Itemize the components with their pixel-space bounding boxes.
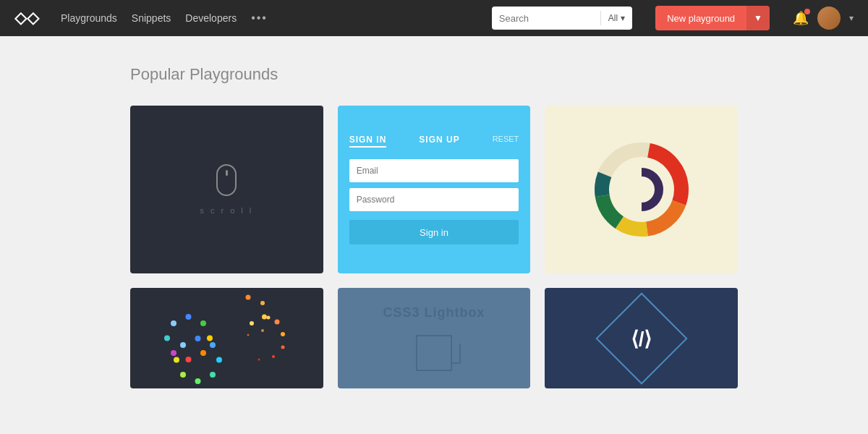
search-filter-button[interactable]: All ▾ [601, 13, 632, 23]
avatar-image [817, 7, 841, 30]
main-content: Popular Playgrounds S c r o l l Scroll M… [0, 36, 868, 417]
spinner4-svg [225, 293, 272, 340]
svg-point-21 [258, 359, 260, 361]
spinner3-svg [171, 333, 225, 387]
svg-point-7 [629, 176, 655, 203]
lightbox-frame-container [416, 335, 452, 371]
svg-point-32 [260, 301, 265, 305]
new-playground-button[interactable]: New playground [655, 6, 746, 30]
card-rainbow-thumb [545, 106, 738, 273]
svg-point-31 [245, 295, 250, 300]
card-loading[interactable]: CSS Loading Animation, by Avan C. ♥ 62 [130, 288, 323, 388]
logo-icon[interactable]: ◇◇ [14, 9, 39, 27]
svg-point-26 [210, 372, 216, 378]
svg-point-17 [275, 320, 280, 325]
signin-password-input [349, 188, 519, 211]
svg-point-18 [281, 332, 285, 336]
signin-email-input [349, 159, 519, 182]
signin-tab-signin: SIGN IN [349, 135, 387, 148]
nav-developers[interactable]: Developers [185, 12, 237, 24]
card-codepad[interactable]: ⟨/⟩ Codepad Logo Animation v2, by Raul ♥… [545, 288, 738, 388]
card-scroll-thumb: S c r o l l [130, 106, 323, 273]
svg-point-14 [164, 336, 170, 341]
card-signin-thumb: SIGN IN SIGN UP RESET Sign in [338, 106, 531, 273]
lightbox-frame [416, 335, 452, 371]
mouse-wheel [226, 170, 228, 176]
svg-point-8 [186, 314, 192, 320]
nav-playgrounds[interactable]: Playgrounds [61, 12, 117, 24]
svg-point-29 [174, 357, 179, 363]
svg-point-20 [272, 355, 275, 358]
mouse-icon [216, 164, 237, 196]
new-playground-group: New playground ▼ [655, 6, 770, 30]
user-avatar[interactable] [817, 7, 841, 30]
section-title: Popular Playgrounds [130, 65, 738, 84]
card-rainbow[interactable]: Rainbow loader, by Avan C. ♥ 70 [545, 106, 738, 273]
scroll-label: S c r o l l [200, 206, 253, 215]
new-playground-dropdown-button[interactable]: ▼ [746, 6, 770, 30]
search-bar: All ▾ [492, 7, 632, 30]
card-scroll[interactable]: S c r o l l Scroll Micro Animation in CS… [130, 106, 323, 273]
lightbox-title-text: CSS3 Lightbox [383, 305, 485, 320]
svg-point-35 [247, 334, 249, 336]
signin-button: Sign in [349, 220, 519, 244]
svg-point-15 [171, 320, 176, 326]
nav: Playgrounds Snippets Developers ••• [61, 12, 268, 25]
codepad-diamond: ⟨/⟩ [595, 292, 687, 384]
notification-dot [804, 9, 810, 14]
svg-point-30 [180, 342, 186, 348]
rainbow-svg [591, 139, 692, 240]
signin-tab-signup: SIGN UP [419, 135, 459, 148]
svg-point-23 [195, 336, 200, 341]
svg-point-19 [281, 346, 285, 349]
signin-reset: RESET [493, 135, 519, 148]
card-loading-thumb [130, 288, 323, 388]
playground-grid: S c r o l l Scroll Micro Animation in CS… [130, 106, 738, 388]
filter-label: All [608, 13, 618, 23]
card-lightbox-thumb: CSS3 Lightbox [338, 288, 531, 388]
svg-point-27 [195, 378, 200, 384]
svg-point-34 [261, 329, 264, 332]
svg-point-28 [180, 372, 186, 378]
svg-point-25 [216, 357, 222, 363]
signin-tabs: SIGN IN SIGN UP RESET [349, 135, 519, 148]
card-codepad-thumb: ⟨/⟩ [545, 288, 738, 388]
codepad-logo-symbol: ⟨/⟩ [631, 326, 652, 350]
card-signin[interactable]: SIGN IN SIGN UP RESET Sign in Sign In/Up… [338, 106, 531, 273]
header: ◇◇ Playgrounds Snippets Developers ••• A… [0, 0, 868, 36]
card-lightbox[interactable]: CSS3 Lightbox Responsive CSS Lightbox wi… [338, 288, 531, 388]
svg-point-9 [200, 320, 206, 326]
nav-more-dots[interactable]: ••• [251, 12, 268, 25]
filter-chevron-icon: ▾ [621, 13, 625, 23]
search-input[interactable] [492, 13, 600, 24]
notifications-button[interactable]: 🔔 [793, 10, 809, 26]
svg-point-33 [266, 316, 270, 320]
svg-point-24 [210, 342, 216, 348]
nav-snippets[interactable]: Snippets [132, 12, 171, 24]
user-menu-chevron-icon[interactable]: ▾ [849, 13, 854, 23]
header-actions: 🔔 ▾ [793, 7, 854, 30]
